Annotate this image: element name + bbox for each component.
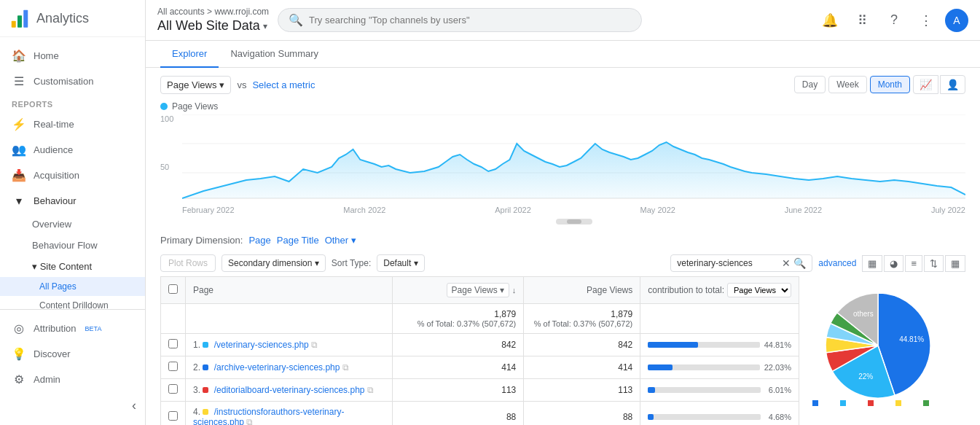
secondary-dimension-dropdown[interactable]: Secondary dimension ▾ — [222, 254, 326, 272]
svg-rect-2 — [23, 10, 28, 28]
table-search-filter[interactable]: ✕ 🔍 — [670, 254, 812, 272]
sidebar-item-attribution[interactable]: ◎ Attribution BETA — [0, 316, 145, 341]
line-chart-button[interactable]: 📈 — [913, 75, 938, 94]
bar-chart-button[interactable]: 👤 — [940, 75, 965, 94]
week-button[interactable]: Week — [828, 76, 866, 93]
table-row: 4. /instructionsforauthors-veterinary-sc… — [161, 402, 799, 426]
row-color-indicator — [203, 364, 208, 370]
sidebar-item-home[interactable]: 🏠 Home — [0, 43, 145, 69]
table-and-pie: Page Page Views ▾ ↓ — [160, 276, 965, 425]
copy-icon[interactable]: ⧉ — [311, 340, 318, 350]
row-checkbox-cell — [161, 402, 186, 426]
row-page-link[interactable]: /archive-veterinary-sciences.php — [214, 362, 340, 373]
table-row: 1. /veterinary-sciences.php ⧉ 842 842 44… — [161, 334, 799, 356]
x-axis-labels: February 2022 March 2022 April 2022 May … — [182, 206, 965, 217]
filter-magnify-icon[interactable]: 🔍 — [793, 257, 806, 269]
metric2-th-label: Page Views — [587, 285, 632, 295]
list-view-button[interactable]: ≡ — [905, 255, 922, 272]
row-views-cell: 113 — [393, 379, 524, 402]
main-area: All accounts > www.rroji.com All Web Sit… — [146, 0, 980, 425]
more-view-button[interactable]: ▦ — [945, 255, 965, 272]
search-input[interactable] — [309, 15, 631, 26]
sidebar-item-discover[interactable]: 💡 Discover — [0, 341, 145, 367]
notifications-button[interactable]: 🔔 — [817, 7, 843, 34]
vs-label: vs — [237, 79, 246, 90]
row-pct-label: 22.03% — [764, 363, 791, 372]
row-checkbox[interactable] — [168, 384, 178, 394]
tab-explorer[interactable]: Explorer — [160, 41, 219, 68]
copy-icon[interactable]: ⧉ — [342, 362, 349, 373]
sidebar-item-realtime[interactable]: ⚡ Real-time — [0, 112, 145, 137]
sidebar-item-behaviour-label: Behaviour — [34, 195, 77, 206]
sidebar-item-content-drilldown[interactable]: Content Drilldown — [0, 296, 145, 309]
customisation-icon: ☰ — [12, 74, 26, 88]
line-chart-svg — [182, 114, 965, 202]
row-page-link[interactable]: /veterinary-sciences.php — [214, 340, 309, 350]
row-page-link[interactable]: /instructionsforauthors-veterinary-scien… — [193, 407, 344, 425]
metric1-th-arrow: ▾ — [500, 285, 504, 295]
row-pct-label: 4.68% — [765, 413, 791, 421]
plot-rows-button[interactable]: Plot Rows — [160, 254, 216, 272]
search-icon: 🔍 — [289, 13, 303, 27]
sort-dropdown[interactable]: Default ▾ — [377, 254, 424, 272]
sidebar-nav: 🏠 Home ☰ Customisation REPORTS ⚡ Real-ti… — [0, 37, 145, 309]
metric1-dropdown[interactable]: Page Views ▾ — [160, 76, 231, 94]
select-all-checkbox[interactable] — [168, 284, 178, 294]
search-bar[interactable]: 🔍 — [278, 8, 642, 32]
sidebar-item-acquisition[interactable]: 📥 Acquisition — [0, 163, 145, 188]
tab-navigation-summary[interactable]: Navigation Summary — [219, 41, 330, 68]
sidebar-item-behaviour-flow[interactable]: Behaviour Flow — [0, 235, 145, 256]
collapse-button[interactable]: ‹ — [129, 395, 139, 416]
sort-view-button[interactable]: ⇅ — [924, 255, 944, 272]
chart-legend: Page Views — [146, 101, 980, 114]
total-metric1-cell: 1,879 % of Total: 0.37% (507,672) — [393, 304, 524, 334]
apps-button[interactable]: ⠿ — [849, 7, 875, 34]
behaviour-flow-label: Behaviour Flow — [32, 240, 98, 251]
sidebar-item-acquisition-label: Acquisition — [34, 170, 79, 181]
help-button[interactable]: ? — [881, 7, 907, 34]
dim-page-title-link[interactable]: Page Title — [277, 235, 319, 246]
sidebar-item-admin[interactable]: ⚙ Admin — [0, 367, 145, 392]
th-metric2: Page Views — [524, 277, 640, 304]
row-contribution-cell: 22.03% — [640, 356, 799, 379]
select-metric-link[interactable]: Select a metric — [252, 79, 315, 90]
sidebar-item-all-pages[interactable]: All Pages — [0, 277, 145, 296]
x-label-jul: July 2022 — [931, 206, 965, 214]
filter-search-icon[interactable]: ✕ — [782, 257, 791, 269]
svg-rect-1 — [17, 15, 22, 28]
realtime-icon: ⚡ — [12, 117, 26, 131]
row-page-link[interactable]: /editorialboard-veterinary-sciences.php — [214, 385, 365, 395]
row-checkbox[interactable] — [168, 411, 178, 421]
grid-view-button[interactable]: ▦ — [862, 255, 882, 272]
sidebar-item-behaviour[interactable]: ▾ Behaviour — [0, 188, 145, 214]
more-button[interactable]: ⋮ — [913, 7, 939, 34]
table-search-input[interactable] — [677, 258, 779, 268]
pie-view-button[interactable]: ◕ — [884, 255, 903, 272]
sort-arrow-icon[interactable]: ↓ — [512, 286, 517, 295]
table-row: 2. /archive-veterinary-sciences.php ⧉ 41… — [161, 356, 799, 379]
x-label-may: May 2022 — [640, 206, 675, 214]
sidebar-item-site-content[interactable]: ▾ Site Content — [0, 256, 145, 277]
dim-page-link[interactable]: Page — [248, 235, 270, 246]
dim-other-link[interactable]: Other ▾ — [325, 235, 356, 246]
copy-icon[interactable]: ⧉ — [246, 417, 253, 425]
avatar[interactable]: A — [945, 9, 968, 32]
scroll-handle[interactable] — [556, 219, 592, 225]
chart-controls: Page Views ▾ vs Select a metric Day Week… — [146, 68, 980, 101]
scroll-indicator — [182, 219, 965, 225]
sidebar-item-overview[interactable]: Overview — [0, 214, 145, 235]
copy-icon[interactable]: ⧉ — [367, 385, 374, 395]
month-button[interactable]: Month — [870, 76, 910, 93]
metric1-th-dropdown[interactable]: Page Views ▾ — [447, 283, 509, 297]
advanced-link[interactable]: advanced — [818, 258, 856, 268]
more-vert-icon: ⋮ — [920, 12, 933, 28]
sidebar-bottom: ◎ Attribution BETA 💡 Discover ⚙ Admin ‹ — [0, 309, 145, 425]
contribution-select[interactable]: Page Views — [727, 283, 791, 297]
sidebar-item-customisation[interactable]: ☰ Customisation — [0, 69, 145, 94]
site-dropdown-arrow[interactable]: ▾ — [263, 21, 267, 31]
row-checkbox[interactable] — [168, 339, 178, 348]
day-button[interactable]: Day — [794, 76, 826, 93]
sidebar-item-audience[interactable]: 👥 Audience — [0, 137, 145, 163]
secondary-dim-label: Secondary dimension ▾ — [228, 258, 319, 268]
row-checkbox[interactable] — [168, 362, 178, 371]
